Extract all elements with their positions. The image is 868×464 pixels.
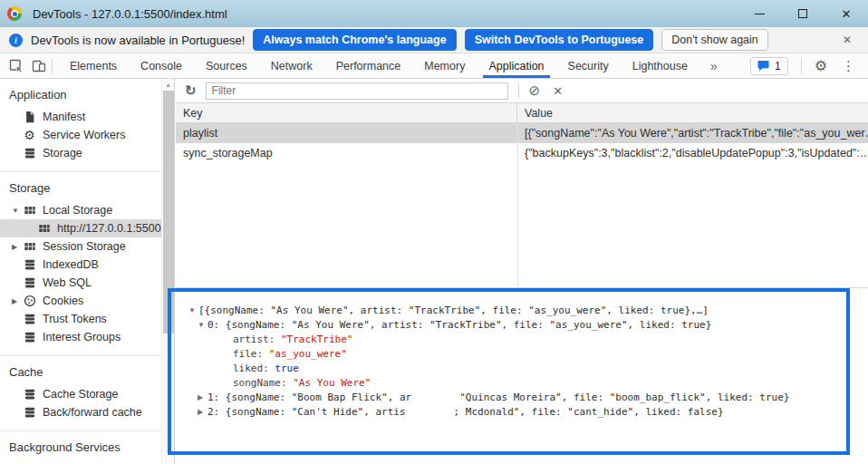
sidebar-item-back-forward-cache[interactable]: Back/forward cache xyxy=(0,403,161,421)
sidebar-section-application: ApplicationManifest⚙Service WorkersStora… xyxy=(0,79,161,171)
delete-selected-icon[interactable]: ✕ xyxy=(553,84,563,98)
window-title: DevTools - 127.0.0.1:5500/index.html xyxy=(33,7,227,21)
sidebar-section-title: Cache xyxy=(0,356,161,385)
tab-elements[interactable]: Elements xyxy=(58,53,129,78)
preview-line: ▶1: {songName: "Boom Bap Flick", ar "Qui… xyxy=(188,391,868,405)
sidebar-item-session-storage[interactable]: ▶Session Storage xyxy=(0,237,161,256)
window-titlebar: DevTools - 127.0.0.1:5500/index.html ✕ xyxy=(0,0,868,27)
database-icon xyxy=(23,258,36,272)
expand-arrow-icon[interactable]: ▶ xyxy=(12,243,23,251)
sidebar-item-local-storage[interactable]: ▼Local Storage xyxy=(0,201,161,219)
sidebar-item-indexeddb[interactable]: IndexedDB xyxy=(0,256,161,274)
preview-text: "TrackTribe" xyxy=(281,333,352,347)
issues-counter-button[interactable]: 1 xyxy=(750,57,788,75)
preview-line: ▼[{songName: "As You Were", artist: "Tra… xyxy=(188,304,868,318)
table-row-playlist[interactable]: playlist[{"songName":"As You Were","arti… xyxy=(176,123,868,143)
tab-lighthouse[interactable]: Lighthouse xyxy=(621,53,699,78)
sidebar-section-cache: CacheCache StorageBack/forward cache xyxy=(0,355,161,430)
expand-arrow-icon[interactable]: ▶ xyxy=(198,391,207,405)
expand-arrow-icon[interactable]: ▶ xyxy=(12,297,23,305)
toolbar-divider xyxy=(52,59,53,73)
sidebar-section-title: Storage xyxy=(0,172,161,201)
device-toolbar-icon[interactable] xyxy=(31,58,46,73)
sidebar-section-background-services: Background Services xyxy=(0,430,161,464)
dont-show-again-button[interactable]: Don't show again xyxy=(661,29,768,51)
sidebar-item-label: Local Storage xyxy=(43,204,112,217)
table-rows: playlist[{"songName":"As You Were","arti… xyxy=(176,123,868,163)
sidebar-item-manifest[interactable]: Manifest xyxy=(0,108,161,126)
toolbar-divider xyxy=(518,82,519,99)
sidebar-item-web-sql[interactable]: Web SQL xyxy=(0,274,161,292)
scrollbar-thumb[interactable] xyxy=(163,91,174,334)
sidebar-item-http-127-0-0-1-5500[interactable]: http://127.0.0.1:5500/ xyxy=(0,219,161,237)
sidebar-item-interest-groups[interactable]: Interest Groups xyxy=(0,328,161,346)
tab-console[interactable]: Console xyxy=(129,53,194,78)
database-icon xyxy=(23,147,36,160)
kebab-menu-icon[interactable]: ⋮ xyxy=(834,58,863,74)
column-header-value[interactable]: Value xyxy=(517,103,868,122)
expand-arrow-icon[interactable]: ▼ xyxy=(198,318,207,333)
devtools-tabbar: ElementsConsoleSourcesNetworkPerformance… xyxy=(0,53,868,79)
window-controls: ✕ xyxy=(738,0,868,27)
table-row-sync-storagemap[interactable]: sync_storageMap{"backupKeys":3,"blacklis… xyxy=(176,143,868,163)
row-key: sync_storageMap xyxy=(176,143,517,163)
tab-security[interactable]: Security xyxy=(556,53,621,78)
preview-text: liked: xyxy=(233,362,275,376)
application-sidebar: ApplicationManifest⚙Service WorkersStora… xyxy=(0,79,175,464)
tab-application[interactable]: Application xyxy=(477,53,555,78)
switch-to-portuguese-button[interactable]: Switch DevTools to Portuguese xyxy=(465,29,654,51)
expand-arrow-icon[interactable]: ▶ xyxy=(198,405,207,420)
minimize-icon xyxy=(755,14,765,14)
preview-text: [{songName: "As You Were", artist: "Trac… xyxy=(198,304,709,318)
expand-arrow-icon[interactable]: ▼ xyxy=(188,304,198,318)
table-icon xyxy=(37,222,51,236)
sidebar-item-service-workers[interactable]: ⚙Service Workers xyxy=(0,126,161,144)
sidebar-item-label: Service Workers xyxy=(43,129,125,141)
chrome-logo-icon xyxy=(7,6,22,21)
preview-line: liked: true xyxy=(188,362,868,376)
cookie-icon xyxy=(23,295,36,308)
refresh-icon[interactable]: ↻ xyxy=(185,82,197,99)
sidebar-item-label: Cache Storage xyxy=(43,388,118,401)
tab-sources[interactable]: Sources xyxy=(194,53,259,78)
column-header-key[interactable]: Key xyxy=(176,103,517,122)
tab-memory[interactable]: Memory xyxy=(412,53,477,78)
inspect-element-icon[interactable] xyxy=(8,58,24,73)
filter-input[interactable] xyxy=(206,82,508,100)
sidebar-item-storage[interactable]: Storage xyxy=(0,144,161,162)
close-button[interactable]: ✕ xyxy=(825,0,868,27)
storage-toolbar: ↻ ⊘ ✕ xyxy=(176,79,868,103)
row-value: [{"songName":"As You Were","artist":"Tra… xyxy=(517,123,868,143)
tab-performance[interactable]: Performance xyxy=(324,53,413,78)
close-icon: ✕ xyxy=(842,7,852,21)
sidebar-section-storage: Storage▼Local Storagehttp://127.0.0.1:55… xyxy=(0,171,161,355)
always-match-language-button[interactable]: Always match Chrome's language xyxy=(253,29,456,51)
tabbar-right-icons: 1 ⚙ ⋮ xyxy=(750,57,868,75)
delete-all-icon[interactable]: ⊘ xyxy=(529,82,541,99)
column-divider[interactable] xyxy=(517,124,518,287)
message-bubble-icon xyxy=(757,60,770,72)
sidebar-item-trust-tokens[interactable]: Trust Tokens xyxy=(0,310,161,328)
sidebar-section-title: Application xyxy=(0,79,161,108)
maximize-button[interactable] xyxy=(781,0,825,27)
arrow-spacer xyxy=(223,347,233,362)
sidebar-scrollbar[interactable]: ▲ xyxy=(161,79,174,464)
expand-arrow-icon[interactable]: ▼ xyxy=(12,207,23,215)
toolbar-divider xyxy=(801,59,802,73)
scrollbar-up-arrow-icon[interactable]: ▲ xyxy=(162,79,174,90)
preview-text: artist: xyxy=(233,333,281,347)
row-key: playlist xyxy=(176,123,517,143)
infobar-message: DevTools is now available in Portuguese! xyxy=(31,34,245,47)
preview-text: "as_you_were" xyxy=(269,347,347,362)
tab-network[interactable]: Network xyxy=(259,53,324,78)
minimize-button[interactable] xyxy=(738,0,781,27)
settings-gear-icon[interactable]: ⚙ xyxy=(807,57,834,74)
sidebar-item-cookies[interactable]: ▶Cookies xyxy=(0,292,161,310)
infobar-close-icon[interactable]: ✕ xyxy=(835,34,859,46)
preview-line: file: "as_you_were" xyxy=(188,347,868,362)
arrow-spacer xyxy=(223,362,233,376)
arrow-spacer xyxy=(223,376,233,391)
sidebar-item-cache-storage[interactable]: Cache Storage xyxy=(0,385,161,403)
preview-text: "As You Were" xyxy=(293,376,371,391)
more-tabs-button[interactable]: » xyxy=(699,59,728,73)
